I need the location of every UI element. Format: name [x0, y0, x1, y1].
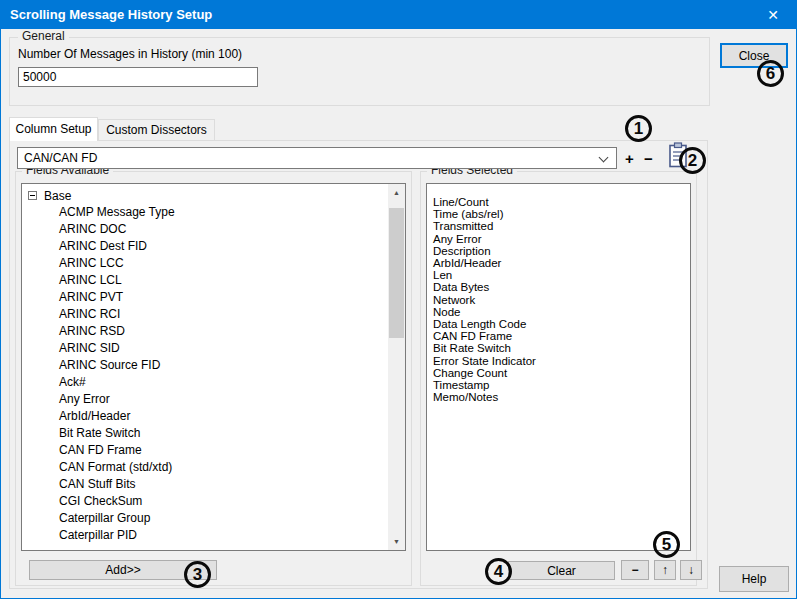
selected-field-item[interactable]: Any Error: [433, 233, 690, 245]
fields-selected-list[interactable]: Line/CountTime (abs/rel)TransmittedAny E…: [426, 183, 691, 551]
fields-available-list[interactable]: Base ACMP Message TypeARINC DOCARINC Des…: [21, 183, 406, 551]
tree-item[interactable]: CAN Stuff Bits: [22, 476, 388, 493]
tree-item[interactable]: CAN FD Frame: [22, 442, 388, 459]
tree-item[interactable]: ARINC RCI: [22, 306, 388, 323]
scroll-down-icon[interactable]: ▼: [388, 533, 405, 550]
selected-field-item[interactable]: Len: [433, 269, 690, 281]
annotation-5: 5: [653, 531, 680, 558]
selected-field-item[interactable]: Transmitted: [433, 220, 690, 232]
tree-item[interactable]: ARINC Source FID: [22, 357, 388, 374]
tree-node-base[interactable]: Base: [22, 187, 388, 204]
selected-field-item[interactable]: Data Length Code: [433, 318, 690, 330]
selected-field-item[interactable]: Description: [433, 245, 690, 257]
annotation-1: 1: [625, 115, 652, 142]
selected-field-item[interactable]: Bit Rate Switch: [433, 342, 690, 354]
move-up-button[interactable]: ↑: [654, 560, 676, 580]
protocol-dropdown-value: CAN/CAN FD: [24, 151, 97, 165]
tree-item[interactable]: CGI CheckSum: [22, 493, 388, 510]
selected-field-item[interactable]: Timestamp: [433, 379, 690, 391]
selected-field-item[interactable]: Memo/Notes: [433, 391, 690, 403]
annotation-2: 2: [679, 147, 706, 174]
tree-children: ACMP Message TypeARINC DOCARINC Dest FID…: [22, 204, 388, 544]
tree-item[interactable]: ARINC PVT: [22, 289, 388, 306]
tree-item[interactable]: ACMP Message Type: [22, 204, 388, 221]
messages-history-input[interactable]: [18, 67, 258, 87]
general-group-label: General: [18, 29, 69, 43]
tree-item[interactable]: CAN Format (std/xtd): [22, 459, 388, 476]
general-group: General Number Of Messages in History (m…: [9, 37, 710, 106]
tree-item[interactable]: ARINC Dest FID: [22, 238, 388, 255]
window-title: Scrolling Message History Setup: [10, 1, 212, 29]
remove-field-button[interactable]: −: [621, 560, 649, 580]
scroll-up-icon[interactable]: ▲: [388, 184, 405, 201]
dialog-scrolling-message-history-setup: Scrolling Message History Setup ✕ Genera…: [0, 0, 797, 599]
tree-item[interactable]: Any Error: [22, 391, 388, 408]
fields-available-tree: Base ACMP Message TypeARINC DOCARINC Des…: [22, 187, 388, 544]
selected-field-item[interactable]: Node: [433, 306, 690, 318]
selected-field-item[interactable]: Network: [433, 294, 690, 306]
tree-item[interactable]: Ack#: [22, 374, 388, 391]
tab-column-setup[interactable]: Column Setup: [9, 117, 98, 141]
annotation-6: 6: [757, 60, 784, 87]
tab-custom-dissectors[interactable]: Custom Dissectors: [98, 119, 215, 140]
messages-history-label: Number Of Messages in History (min 100): [18, 47, 242, 61]
protocol-dropdown[interactable]: CAN/CAN FD: [17, 147, 617, 169]
help-button[interactable]: Help: [719, 566, 789, 592]
tree-item[interactable]: ARINC RSD: [22, 323, 388, 340]
collapse-icon[interactable]: [28, 191, 37, 200]
remove-protocol-button[interactable]: −: [640, 150, 657, 167]
annotation-3: 3: [184, 561, 211, 588]
scrollbar-thumb[interactable]: [389, 208, 404, 338]
fields-available-scrollbar[interactable]: ▲ ▼: [388, 184, 405, 550]
tree-item[interactable]: ArbId/Header: [22, 408, 388, 425]
selected-field-item[interactable]: Time (abs/rel): [433, 208, 690, 220]
selected-field-item[interactable]: Line/Count: [433, 196, 690, 208]
tree-item[interactable]: ARINC LCC: [22, 255, 388, 272]
tree-item[interactable]: Caterpillar PID: [22, 527, 388, 544]
annotation-4: 4: [485, 558, 512, 585]
selected-field-item[interactable]: ArbId/Header: [433, 257, 690, 269]
tree-item[interactable]: Bit Rate Switch: [22, 425, 388, 442]
clear-button[interactable]: Clear: [508, 561, 615, 580]
tree-item[interactable]: ARINC SID: [22, 340, 388, 357]
selected-field-item[interactable]: Change Count: [433, 367, 690, 379]
close-x-icon[interactable]: ✕: [750, 1, 796, 29]
selected-field-item[interactable]: CAN FD Frame: [433, 330, 690, 342]
add-protocol-button[interactable]: +: [621, 150, 638, 167]
tree-item[interactable]: ARINC DOC: [22, 221, 388, 238]
tree-root-label: Base: [44, 189, 71, 203]
chevron-down-icon: [599, 153, 609, 163]
tree-item[interactable]: ARINC LCL: [22, 272, 388, 289]
title-bar: Scrolling Message History Setup ✕: [1, 1, 796, 29]
selected-field-item[interactable]: Error State Indicator: [433, 355, 690, 367]
selected-field-item[interactable]: Data Bytes: [433, 281, 690, 293]
move-down-button[interactable]: ↓: [680, 560, 702, 580]
tree-item[interactable]: Caterpillar Group: [22, 510, 388, 527]
